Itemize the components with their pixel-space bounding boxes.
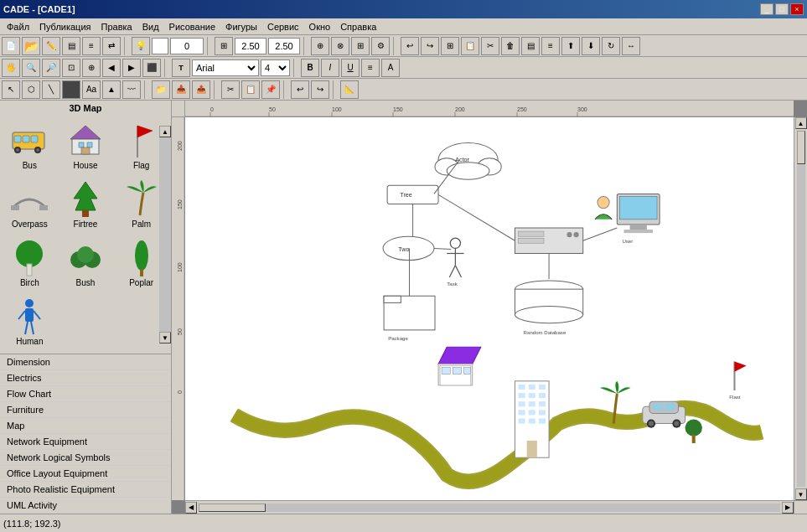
undo2-btn[interactable]: ↩ bbox=[291, 80, 309, 99]
tool-btn1[interactable]: ⚙ bbox=[371, 37, 390, 55]
category-dimension[interactable]: Dimension bbox=[0, 354, 171, 370]
zoom-sel-btn[interactable]: ⊕ bbox=[82, 59, 101, 77]
zoom-input[interactable] bbox=[170, 38, 204, 54]
drawing-canvas[interactable]: Actor Tree Two bbox=[185, 117, 794, 500]
v-thumb[interactable] bbox=[797, 131, 805, 164]
scroll-right-btn[interactable]: ▶ bbox=[782, 502, 794, 514]
hand-btn[interactable]: 🖐 bbox=[2, 59, 20, 77]
open2-btn[interactable]: 📁 bbox=[152, 80, 170, 99]
hatch-button[interactable]: ▤ bbox=[62, 37, 80, 55]
copy2-btn[interactable]: 📋 bbox=[241, 80, 260, 99]
category-photo-realistic[interactable]: Photo Realistic Equipment bbox=[0, 482, 171, 498]
symbol-human[interactable]: Human bbox=[3, 295, 56, 350]
symbol-bush[interactable]: Bush bbox=[59, 236, 112, 292]
copy-btn[interactable]: ⊞ bbox=[441, 37, 459, 55]
menu-file[interactable]: Файл bbox=[2, 20, 34, 34]
open-button[interactable]: 📂 bbox=[22, 37, 40, 55]
group-btn[interactable]: ▤ bbox=[521, 37, 540, 55]
fit-btn[interactable]: ⊡ bbox=[62, 59, 80, 77]
symbol-overpass[interactable]: Overpass bbox=[3, 178, 56, 233]
two-node[interactable]: Two bbox=[383, 236, 434, 260]
snap-btn3[interactable]: ⊞ bbox=[351, 37, 370, 55]
menu-draw[interactable]: Рисование bbox=[164, 20, 220, 34]
bulb-button[interactable]: 💡 bbox=[132, 37, 150, 55]
category-uml[interactable]: UML Activity bbox=[0, 498, 171, 514]
zoom-out-btn[interactable]: 🔎 bbox=[42, 59, 60, 77]
color-drop-btn[interactable] bbox=[62, 80, 80, 99]
canvas-area[interactable]: 0 50 100 150 200 250 300 200 150 bbox=[172, 101, 807, 514]
mountain-btn[interactable]: ▲ bbox=[102, 80, 121, 99]
undo-btn[interactable]: ↩ bbox=[401, 37, 419, 55]
tree-node[interactable]: Tree bbox=[387, 185, 438, 204]
category-network-logical[interactable]: Network Logical Symbols bbox=[0, 450, 171, 466]
menu-help[interactable]: Справка bbox=[335, 20, 381, 34]
import-btn[interactable]: 📥 bbox=[172, 80, 190, 99]
nav-btn3[interactable]: ⬛ bbox=[142, 59, 161, 77]
scroll-up-btn[interactable]: ▲ bbox=[159, 126, 171, 137]
nav-btn1[interactable]: ◀ bbox=[102, 59, 121, 77]
bold-btn[interactable]: B bbox=[301, 59, 319, 77]
v-scroll-up-btn[interactable]: ▲ bbox=[795, 117, 807, 129]
paste2-btn[interactable]: 📌 bbox=[261, 80, 280, 99]
new-button[interactable]: 📄 bbox=[2, 37, 20, 55]
pencil-button[interactable]: ✏️ bbox=[42, 37, 60, 55]
measure-btn[interactable]: 📐 bbox=[340, 80, 359, 99]
close-button[interactable]: × bbox=[790, 3, 804, 15]
snap-btn[interactable]: ⊕ bbox=[311, 37, 329, 55]
select-btn[interactable]: ↖ bbox=[2, 80, 20, 99]
panel-scrollbar[interactable]: ▲ ▼ bbox=[159, 126, 171, 343]
cut-btn[interactable]: ✂ bbox=[481, 37, 499, 55]
delete-btn[interactable]: 🗑 bbox=[501, 37, 520, 55]
width-input1[interactable] bbox=[235, 38, 266, 54]
arrange-btn2[interactable]: ⬇ bbox=[582, 37, 600, 55]
h-scrollbar[interactable]: ◀ ▶ bbox=[185, 500, 794, 514]
scroll-down-btn[interactable]: ▼ bbox=[159, 332, 171, 343]
menu-edit[interactable]: Правка bbox=[96, 20, 137, 34]
window-controls[interactable]: _ □ × bbox=[760, 3, 804, 15]
tall-building[interactable] bbox=[515, 381, 549, 457]
menu-shapes[interactable]: Фигуры bbox=[220, 20, 262, 34]
v-scroll-down-btn[interactable]: ▼ bbox=[795, 488, 807, 500]
snap-btn2[interactable]: ⊗ bbox=[331, 37, 349, 55]
redo2-btn[interactable]: ↪ bbox=[311, 80, 329, 99]
wave-btn[interactable]: 〰 bbox=[122, 80, 141, 99]
symbol-house[interactable]: House bbox=[59, 119, 112, 174]
aa-btn[interactable]: Aa bbox=[82, 80, 101, 99]
menu-publish[interactable]: Публикация bbox=[34, 20, 96, 34]
color-box[interactable] bbox=[152, 38, 168, 54]
arrange-btn[interactable]: ⬆ bbox=[561, 37, 580, 55]
rotate-btn[interactable]: ↻ bbox=[602, 37, 620, 55]
grid-btn[interactable]: ⊞ bbox=[215, 37, 233, 55]
menu-service[interactable]: Сервис bbox=[262, 20, 304, 34]
cut2-btn[interactable]: ✂ bbox=[221, 80, 240, 99]
category-network-equip[interactable]: Network Equipment bbox=[0, 434, 171, 450]
arrow-button[interactable]: ⇄ bbox=[102, 37, 121, 55]
export-btn[interactable]: 📤 bbox=[192, 80, 210, 99]
underline-btn[interactable]: U bbox=[341, 59, 360, 77]
diagram-svg[interactable]: Actor Tree Two bbox=[185, 117, 794, 500]
paste-btn[interactable]: 📋 bbox=[461, 37, 479, 55]
menu-window[interactable]: Окно bbox=[304, 20, 336, 34]
text-btn[interactable]: T bbox=[172, 59, 190, 77]
select2-btn[interactable]: ⬡ bbox=[22, 80, 40, 99]
mirror-btn[interactable]: ↔ bbox=[622, 37, 640, 55]
width-input2[interactable] bbox=[268, 38, 300, 54]
maximize-button[interactable]: □ bbox=[775, 3, 789, 15]
italic-btn[interactable]: I bbox=[321, 59, 339, 77]
align-btn[interactable]: ≡ bbox=[541, 37, 560, 55]
fontsize-select[interactable]: 4 bbox=[261, 59, 290, 76]
zoom-in-btn[interactable]: 🔍 bbox=[22, 59, 40, 77]
minimize-button[interactable]: _ bbox=[760, 3, 773, 15]
server-shape[interactable] bbox=[515, 228, 582, 253]
font-select[interactable]: Arial bbox=[192, 59, 259, 76]
menu-view[interactable]: Вид bbox=[137, 20, 164, 34]
symbol-bus[interactable]: Bus bbox=[3, 119, 56, 174]
nav-btn2[interactable]: ▶ bbox=[122, 59, 141, 77]
category-office[interactable]: Office Layout Equipment bbox=[0, 466, 171, 482]
lines-button[interactable]: ≡ bbox=[82, 37, 101, 55]
text-color-btn[interactable]: A bbox=[381, 59, 400, 77]
category-furniture[interactable]: Furniture bbox=[0, 402, 171, 418]
symbol-firtree[interactable]: Firtree bbox=[59, 178, 112, 233]
symbol-birch[interactable]: Birch bbox=[3, 236, 56, 292]
h-thumb[interactable] bbox=[199, 504, 266, 512]
